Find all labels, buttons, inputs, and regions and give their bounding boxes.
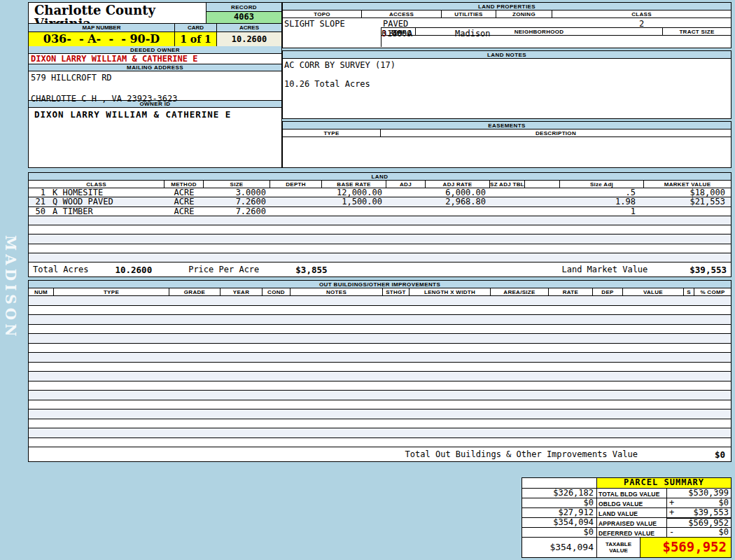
map-number-label: MAP NUMBER — [29, 24, 174, 31]
card-value: 1 of 1 — [174, 32, 216, 46]
summary-right-value: $530,399 — [688, 489, 731, 498]
parcel-summary-grid: PARCEL SUMMARY $326,182TOTAL BLDG VALUE$… — [522, 478, 731, 537]
land-method-header: METHOD — [164, 181, 204, 188]
land-properties-panel: LAND PROPERTIES TOPO ACCESS UTILITIES ZO… — [282, 2, 732, 48]
summary-right-value: $0 — [719, 498, 731, 507]
id-value-row: 036- - A- - - 90-D 1 of 1 10.2600 — [29, 32, 281, 46]
out-building-row — [29, 325, 731, 335]
land-adj-rate-header: ADJ RATE — [426, 181, 490, 188]
land-cell-size-adj: .5 — [560, 188, 644, 197]
out-building-row — [29, 382, 731, 391]
land-cell-size-adj: 1.98 — [560, 197, 644, 206]
title-row: Charlotte County Virginia Commissioner o… — [29, 3, 281, 23]
tract-size-value: 0.0000 — [382, 29, 412, 38]
land-cell-adj-rate: 2,968.80 — [426, 197, 490, 206]
summary-right-cell: $530,399 — [666, 488, 731, 498]
record-block: RECORD 4063 — [206, 3, 281, 23]
summary-label: OBLDG VALUE — [596, 498, 666, 507]
deeded-owner-label: DEEDED OWNER — [29, 46, 281, 54]
out-buildings-body — [29, 296, 731, 447]
ob-length-width-header: LENGTH X WIDTH — [410, 288, 491, 296]
mailing-address: 579 HILLCROFT RD CHARLOTTE C H , VA 2392… — [29, 71, 281, 100]
land-base-rate-header: BASE RATE — [322, 181, 386, 188]
land-row-class: K HOMESITE — [52, 188, 103, 197]
acres-label: ACRES — [216, 24, 281, 31]
ob-num-header: NUM — [29, 288, 54, 296]
out-buildings-title: OUT BUILDINGS/OTHER IMPROVEMENTS — [29, 281, 731, 288]
land-notes-title: LAND NOTES — [283, 51, 731, 59]
summary-left-value: $326,182 — [522, 488, 596, 498]
ob-s-header: S — [684, 288, 694, 296]
easements-panel: EASEMENTS TYPE DESCRIPTION — [282, 121, 732, 168]
out-building-row — [29, 419, 731, 429]
summary-operator — [667, 519, 669, 527]
record-label: RECORD — [206, 3, 281, 12]
land-cell-size: 7.2600 — [204, 197, 270, 206]
land-class-header: CLASS — [29, 181, 164, 188]
land-table-panel: LAND CLASS METHOD SIZE DEPTH BASE RATE A… — [28, 172, 732, 277]
summary-right-cell: +$39,553 — [666, 507, 731, 517]
taxable-value-row: $354,094 TAXABLE VALUE $569,952 — [522, 537, 731, 557]
land-cell-class: 50A TIMBER — [29, 207, 164, 216]
land-cell-size: 7.2600 — [204, 207, 270, 216]
land-cell-market-value: $18,000 — [644, 188, 731, 197]
summary-label: LAND VALUE — [596, 507, 666, 517]
owner-panel: Charlotte County Virginia Commissioner o… — [28, 2, 282, 168]
ob-rate-header: RATE — [549, 288, 593, 296]
access-header: ACCESS — [362, 10, 442, 18]
ob-dep-header: DEP — [593, 288, 623, 296]
out-buildings-total-label: Total Out Buildings & Other Improvements… — [405, 449, 638, 459]
price-per-acre-label: Price Per Acre — [188, 265, 259, 274]
parcel-summary-panel: PARCEL SUMMARY $326,182TOTAL BLDG VALUE$… — [522, 477, 732, 558]
summary-right-cell: -$0 — [666, 527, 731, 537]
easement-type-header: TYPE — [283, 130, 381, 137]
land-properties-header-row: TOPO ACCESS UTILITIES ZONING CLASS — [283, 10, 731, 18]
land-market-value: $39,553 — [690, 265, 727, 275]
summary-left-value: $0 — [522, 498, 596, 507]
deeded-owner-value: DIXON LARRY WILLIAM & CATHERINE E — [29, 54, 281, 64]
land-size-adj-header: Size Adj — [560, 181, 644, 188]
land-properties-values: SLIGHT SLOPE PAVED 2 ZONE NEIGHBORHOOD T… — [283, 18, 731, 47]
out-building-row — [29, 363, 731, 372]
out-buildings-header-row: NUM TYPE GRADE YEAR COND NOTES STHGT LEN… — [29, 288, 731, 296]
ob-pct-comp-header: % COMP — [694, 288, 731, 296]
ob-value-header: VALUE — [623, 288, 684, 296]
summary-left-value: $27,912 — [522, 507, 596, 517]
taxable-value: $569,952 — [640, 538, 731, 557]
card-label: CARD — [174, 24, 216, 31]
land-cell-adj-rate: 6,000.00 — [426, 188, 490, 197]
land-market-value-label: Land Market Value — [561, 265, 648, 274]
land-cell-size-adj: 1 — [560, 207, 644, 216]
zoning-header: ZONING — [496, 10, 552, 18]
land-cell-market-value: $21,553 — [644, 197, 731, 206]
land-cell-class: 1K HOMESITE — [29, 188, 164, 197]
summary-label: TOTAL BLDG VALUE — [596, 488, 666, 498]
land-row-num: 21 — [29, 197, 46, 206]
land-cell-method: ACRE — [164, 207, 204, 216]
id-header-row: MAP NUMBER CARD ACRES — [29, 23, 281, 32]
land-row — [29, 234, 731, 244]
summary-spacer-cell — [522, 478, 596, 488]
land-properties-title: LAND PROPERTIES — [283, 3, 731, 10]
summary-operator: + — [667, 508, 674, 517]
zone-table: ZONE NEIGHBORHOOD TRACT SIZE 3 140 A Mad… — [381, 27, 731, 47]
summary-right-value: $39,553 — [693, 508, 731, 517]
summary-left-value: $354,094 — [522, 517, 596, 527]
summary-left-value: $0 — [522, 527, 596, 537]
out-building-row — [29, 391, 731, 400]
taxable-left-value: $354,094 — [522, 538, 596, 557]
land-market-value-header: MARKET VALUE — [644, 181, 731, 188]
land-row-num: 1 — [29, 188, 46, 197]
neighborhood-name: Madison — [455, 29, 491, 38]
summary-right-cell: $569,952 — [666, 517, 731, 527]
out-buildings-panel: OUT BUILDINGS/OTHER IMPROVEMENTS NUM TYP… — [28, 280, 732, 462]
county-title-block: Charlotte County Virginia Commissioner o… — [29, 3, 206, 23]
map-number-value: 036- - A- - - 90-D — [29, 32, 174, 46]
land-sz-adj-tbl-header: SZ ADJ TBL — [490, 181, 525, 188]
ob-year-header: YEAR — [220, 288, 262, 296]
out-building-row — [29, 334, 731, 344]
out-building-row — [29, 372, 731, 382]
out-building-row — [29, 428, 731, 438]
land-cell-class: 21Q WOOD PAVED — [29, 197, 164, 206]
utilities-header: UTILITIES — [442, 10, 496, 18]
